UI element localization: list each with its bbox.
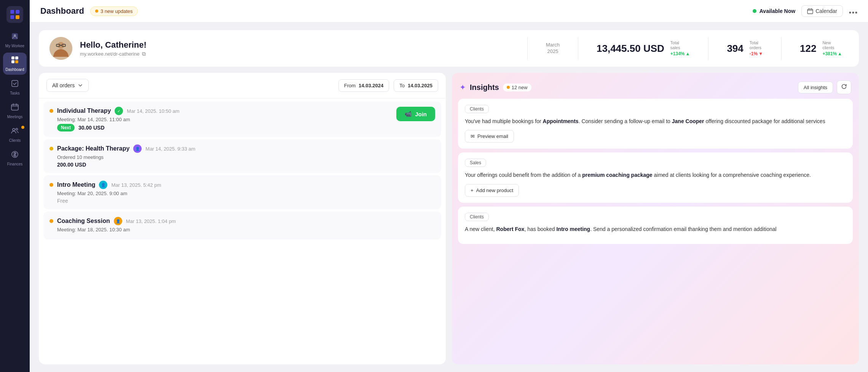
insights-new-dot bbox=[507, 86, 510, 89]
profile-card: Hello, Catherine! my.workee.net/dr-cathe… bbox=[39, 30, 859, 67]
new-clients-label: New clients bbox=[822, 40, 842, 50]
divider bbox=[527, 37, 528, 60]
email-icon: ✉ bbox=[471, 133, 475, 139]
date-to: To 14.03.2025 bbox=[394, 79, 438, 92]
insight-card: Sales Your offerings could benefit from … bbox=[458, 152, 853, 202]
svg-point-5 bbox=[14, 34, 16, 37]
svg-rect-3 bbox=[16, 15, 19, 19]
total-sales-change: +134% ▲ bbox=[670, 51, 690, 56]
order-item: Individual Therapy ✓ Mar 14, 2025. 10:50… bbox=[43, 101, 441, 137]
available-label: Available Now bbox=[760, 8, 795, 14]
divider bbox=[781, 37, 782, 60]
sidebar-item-dashboard[interactable]: Dashboard bbox=[3, 53, 27, 75]
refresh-button[interactable] bbox=[837, 80, 851, 94]
order-status-dot bbox=[49, 147, 53, 151]
finances-icon bbox=[11, 150, 19, 160]
revenue-stat: 13,445.50 USD Total sales +134% ▲ bbox=[590, 40, 696, 56]
order-title: Coaching Session bbox=[57, 218, 110, 224]
clients-value: 122 bbox=[800, 43, 816, 55]
page-title: Dashboard bbox=[40, 6, 84, 16]
order-time: Mar 13, 2025. 1:04 pm bbox=[126, 218, 176, 224]
svg-point-13 bbox=[16, 128, 18, 130]
total-sales-label: Total sales bbox=[670, 40, 690, 50]
insights-list: Clients You've had multiple bookings for… bbox=[458, 99, 853, 358]
order-sub: Meeting: Mar 14, 2025. 11:00 am bbox=[57, 117, 393, 122]
orders-toolbar: All orders From 14.03.2024 To 14.03.2025 bbox=[39, 73, 446, 98]
order-body: Individual Therapy ✓ Mar 14, 2025. 10:50… bbox=[57, 107, 393, 131]
orders-panel: All orders From 14.03.2024 To 14.03.2025 bbox=[39, 73, 446, 364]
order-title: Individual Therapy bbox=[57, 107, 111, 114]
from-date: 14.03.2024 bbox=[359, 83, 383, 88]
order-client-avatar: 👤 bbox=[99, 181, 107, 189]
dashboard-icon bbox=[11, 56, 19, 66]
clients-stat: 122 New clients +381% ▲ bbox=[794, 40, 848, 56]
two-column-layout: All orders From 14.03.2024 To 14.03.2025 bbox=[39, 73, 859, 364]
filter-label: All orders bbox=[52, 82, 75, 88]
sidebar-item-tasks[interactable]: Tasks bbox=[3, 76, 27, 98]
sidebar-item-my-workee[interactable]: My Workee bbox=[3, 29, 27, 51]
order-sub: Meeting: Mar 20, 2025. 9:00 am bbox=[57, 191, 435, 196]
add-product-button[interactable]: + Add new product bbox=[465, 184, 519, 197]
chevron-down-icon bbox=[78, 83, 83, 88]
all-insights-button[interactable]: All insights bbox=[798, 82, 833, 93]
order-client-avatar: ✓ bbox=[115, 107, 123, 115]
updates-label: 3 new updates bbox=[101, 8, 133, 14]
svg-point-17 bbox=[852, 11, 854, 13]
svg-rect-1 bbox=[16, 10, 19, 14]
svg-rect-15 bbox=[807, 9, 813, 14]
insight-text: Your offerings could benefit from the ad… bbox=[465, 171, 846, 179]
calendar-icon bbox=[807, 8, 813, 14]
app-logo bbox=[6, 6, 23, 23]
preview-email-button[interactable]: ✉ Preview email bbox=[465, 130, 514, 143]
svg-rect-6 bbox=[11, 56, 14, 59]
stat-period: March2025 bbox=[540, 42, 566, 55]
order-title: Intro Meeting bbox=[57, 181, 95, 188]
order-price: Free bbox=[57, 198, 68, 204]
clients-icon bbox=[11, 127, 19, 137]
insight-text: You've had multiple bookings for Appoint… bbox=[465, 117, 846, 125]
order-body: Coaching Session 👤 Mar 13, 2025. 1:04 pm… bbox=[57, 217, 435, 234]
sidebar-item-label: Dashboard bbox=[6, 67, 24, 72]
insights-title: Insights bbox=[470, 83, 499, 92]
insights-new-count: 12 new bbox=[512, 85, 528, 90]
order-sub: Meeting: Mar 18, 2025. 10:30 am bbox=[57, 227, 435, 232]
order-price: 200.00 USD bbox=[57, 162, 86, 168]
sidebar-item-meetings[interactable]: Meetings bbox=[3, 100, 27, 122]
order-status-dot bbox=[49, 183, 53, 187]
svg-rect-8 bbox=[11, 60, 14, 63]
orders-stat: 394 Total orders -1% ▼ bbox=[721, 40, 769, 56]
from-label: From bbox=[344, 83, 356, 88]
order-time: Mar 14, 2025. 9:33 am bbox=[145, 146, 195, 152]
insights-header: ✦ Insights 12 new All insights bbox=[458, 79, 853, 99]
clients-notification-dot bbox=[21, 126, 24, 129]
sidebar-item-finances[interactable]: Finances bbox=[3, 147, 27, 169]
copy-url-button[interactable]: ⧉ bbox=[142, 51, 146, 57]
order-time: Mar 13, 2025. 5:42 pm bbox=[111, 182, 161, 188]
meetings-icon bbox=[11, 103, 19, 113]
insight-text: A new client, Robert Fox, has booked Int… bbox=[465, 225, 846, 233]
insights-new-badge: 12 new bbox=[503, 83, 531, 91]
svg-rect-11 bbox=[11, 104, 18, 110]
my-workee-icon bbox=[11, 32, 19, 42]
sidebar-item-label: Clients bbox=[9, 138, 21, 143]
svg-point-16 bbox=[849, 11, 851, 13]
more-button[interactable] bbox=[849, 7, 857, 16]
to-date: 14.03.2025 bbox=[408, 83, 432, 88]
updates-badge: 3 new updates bbox=[90, 6, 138, 16]
total-orders-label: Total orders bbox=[750, 40, 763, 50]
plus-icon: + bbox=[471, 188, 474, 193]
order-item: Intro Meeting 👤 Mar 13, 2025. 5:42 pm Me… bbox=[43, 175, 441, 209]
total-orders-change: -1% ▼ bbox=[750, 51, 763, 56]
order-price: 30.00 USD bbox=[78, 125, 104, 131]
sidebar-item-clients[interactable]: Clients bbox=[3, 123, 27, 146]
available-dot bbox=[753, 9, 756, 13]
order-client-avatar: 👤 bbox=[133, 144, 142, 153]
orders-filter-button[interactable]: All orders bbox=[46, 79, 89, 92]
calendar-button[interactable]: Calendar bbox=[801, 5, 843, 17]
order-body: Package: Health Therapy 👤 Mar 14, 2025. … bbox=[57, 144, 435, 168]
orders-value: 394 bbox=[727, 43, 743, 55]
next-badge: Next bbox=[57, 124, 75, 131]
svg-rect-10 bbox=[12, 80, 18, 87]
join-button[interactable]: 📹 Join bbox=[396, 107, 435, 121]
profile-url-text: my.workee.net/dr-catherine bbox=[80, 51, 140, 57]
